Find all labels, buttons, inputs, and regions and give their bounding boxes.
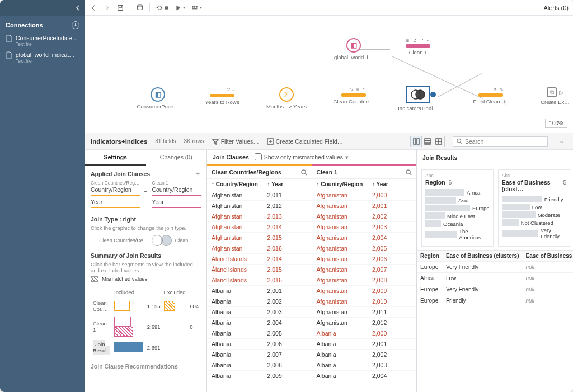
results-row[interactable]: EuropeVery FriendlynullIrelan	[417, 262, 573, 273]
table-row[interactable]: Åland Islands2,016	[207, 275, 312, 286]
clause-left-1[interactable]: Year	[91, 198, 140, 208]
connection-item[interactable]: global_world_indicat…Text file	[0, 49, 85, 66]
flow-node-consumer[interactable]: ◧ ConsumerPrice…	[130, 87, 186, 110]
flow-node-years[interactable]: ∇ ⌗ Years to Rows	[194, 87, 250, 105]
profile-bar-segment[interactable]: Friendly	[502, 196, 567, 202]
summary-row-result[interactable]: Join Result 2,691	[92, 339, 200, 355]
clause-right-1[interactable]: Year	[152, 198, 201, 208]
search-input[interactable]	[465, 138, 544, 145]
back-button[interactable]	[90, 4, 97, 12]
profile-bar-segment[interactable]: Africa	[425, 189, 490, 196]
results-row[interactable]: EuropeVery FriendlynullNorth	[417, 284, 573, 295]
summary-row-right[interactable]: Clean 1 2,691 0	[92, 315, 200, 338]
table-row[interactable]: Afghanistan2,011	[312, 307, 417, 318]
table-row[interactable]: Afghanistan2,001	[312, 201, 417, 211]
profile-bar-segment[interactable]: The Americas	[425, 228, 490, 240]
table-row[interactable]: Afghanistan2,010	[312, 296, 417, 307]
save-button[interactable]	[116, 4, 124, 12]
results-data-grid[interactable]: RegionEase of Business (clusters)Ease of…	[417, 251, 573, 306]
search-icon[interactable]	[301, 169, 307, 176]
profile-bar-segment[interactable]: Europe	[425, 205, 490, 211]
table-row[interactable]: Afghanistan2,015	[207, 233, 312, 243]
table-row[interactable]: Albania2,006	[207, 339, 312, 350]
refresh-button[interactable]	[156, 4, 168, 12]
table-row[interactable]: Åland Islands2,014	[207, 254, 312, 265]
forward-button[interactable]	[103, 4, 111, 12]
table-row[interactable]: Albania2,002	[207, 296, 312, 307]
results-col-header[interactable]: Region	[417, 251, 443, 262]
results-row[interactable]: AfricaLownullBenin	[417, 273, 573, 284]
create-calc-field-button[interactable]: Create Calculated Field…	[267, 138, 343, 145]
view-profile-button[interactable]	[411, 136, 422, 147]
col-year[interactable]: ↑ Year	[372, 181, 412, 187]
flow-node-output[interactable]: ⧉▷ Create Ex…	[527, 87, 573, 105]
flow-node-join[interactable]: Indicators+Indi…	[390, 86, 446, 111]
table-row[interactable]: Afghanistan2,016	[207, 243, 312, 254]
table-row[interactable]: Albania2,000	[312, 328, 417, 339]
view-list-button[interactable]	[422, 136, 433, 147]
col-year[interactable]: ↑ Year	[267, 181, 307, 187]
table-row[interactable]: Afghanistan2,003	[312, 222, 417, 233]
table-row[interactable]: Åland Islands2,015	[207, 265, 312, 275]
add-clause-button[interactable]: ＋	[195, 170, 201, 178]
summary-row-left[interactable]: Clean Cou… 1,155 804	[92, 298, 200, 314]
table-row[interactable]: Afghanistan2,009	[312, 286, 417, 296]
profile-bar-segment[interactable]: Moderate	[502, 211, 567, 218]
table-row[interactable]: Afghanistan2,014	[207, 222, 312, 233]
sidebar-collapse-button[interactable]	[0, 0, 85, 16]
search-icon[interactable]	[406, 169, 412, 176]
alerts-button[interactable]: Alerts (0)	[543, 4, 569, 11]
table-row[interactable]: Afghanistan2,012	[312, 318, 417, 328]
table-row[interactable]: Albania2,007	[207, 350, 312, 360]
table-row[interactable]: Afghanistan2,011	[207, 190, 312, 201]
clause-right-0[interactable]: Country/Region	[152, 186, 201, 196]
table-row[interactable]: Albania2,002	[312, 350, 417, 360]
join-type-venn[interactable]	[152, 234, 172, 247]
table-row[interactable]: Albania2,003	[312, 360, 417, 371]
table-row[interactable]: Afghanistan2,007	[312, 265, 417, 275]
table-row[interactable]: Afghanistan2,012	[207, 201, 312, 211]
col-country[interactable]: ↑ Country/Region	[317, 181, 372, 187]
flow-node-global-world[interactable]: ◧ global_world_i…	[326, 38, 382, 60]
connect-data-button[interactable]	[136, 4, 144, 12]
view-grid-button[interactable]	[433, 136, 444, 147]
tab-settings[interactable]: Settings	[85, 150, 146, 166]
show-mismatched-checkbox[interactable]: Show only mismatched values ▾	[255, 153, 349, 160]
table-row[interactable]: Afghanistan2,008	[312, 275, 417, 286]
flow-node-months[interactable]: Σ Months --> Years	[259, 87, 314, 110]
profile-bar-segment[interactable]: Not Clustered	[502, 219, 567, 226]
collapse-profile-button[interactable]: ⌄	[556, 138, 567, 145]
table-row[interactable]: Albania2,004	[312, 371, 417, 381]
col-country[interactable]: ↑ Country/Region	[212, 181, 267, 187]
table-row[interactable]: Afghanistan2,000	[312, 190, 417, 201]
table-row[interactable]: Albania2,009	[207, 371, 312, 381]
profile-card-region[interactable]: Abc Region6 AfricaAsiaEuropeMiddle EastO…	[421, 169, 494, 247]
table-row[interactable]: Albania2,005	[207, 328, 312, 339]
profile-bar-segment[interactable]: Low	[502, 204, 567, 210]
results-col-header[interactable]: Ease of Business (clusters)	[443, 251, 523, 262]
flow-node-field-cleanup[interactable]: 🗎 ✎ Field Clean Up	[463, 87, 519, 105]
table-row[interactable]: Albania2,001	[312, 339, 417, 350]
search-box[interactable]	[453, 136, 548, 147]
profile-card-ease[interactable]: Abc Ease of Business (clust…5 FriendlyLo…	[498, 169, 571, 247]
connection-item[interactable]: ConsumerPriceIndice…Text file	[0, 32, 85, 49]
tab-changes[interactable]: Changes (0)	[146, 150, 207, 166]
table-row[interactable]: Albania2,004	[207, 318, 312, 328]
flow-node-clean1[interactable]: 🗎 🗋 𝄐 ⋯ Clean 1	[390, 38, 446, 55]
table-row[interactable]: Afghanistan2,002	[312, 211, 417, 222]
clause-left-0[interactable]: Country/Region	[91, 186, 140, 196]
profile-bar-segment[interactable]: Oceania	[425, 220, 490, 227]
table-row[interactable]: Afghanistan2,013	[207, 211, 312, 222]
table-row[interactable]: Afghanistan2,006	[312, 254, 417, 265]
flow-options-button[interactable]: ▾	[191, 4, 202, 12]
results-row[interactable]: EuropeFriendlynullLuxen	[417, 295, 573, 306]
table-row[interactable]: Albania2,003	[207, 307, 312, 318]
table-row[interactable]: Albania2,008	[207, 360, 312, 371]
profile-bar-segment[interactable]: Very Friendly	[502, 227, 567, 239]
profile-bar-segment[interactable]: Asia	[425, 197, 490, 204]
run-flow-button[interactable]: ▾	[174, 4, 185, 12]
zoom-indicator[interactable]: 100%	[545, 119, 567, 128]
flow-canvas[interactable]: ◧ global_world_i… 🗎 🗋 𝄐 ⋯ Clean 1 ◧ Cons…	[85, 16, 573, 133]
table-row[interactable]: Afghanistan2,004	[312, 233, 417, 243]
profile-bar-segment[interactable]: Middle East	[425, 212, 490, 219]
